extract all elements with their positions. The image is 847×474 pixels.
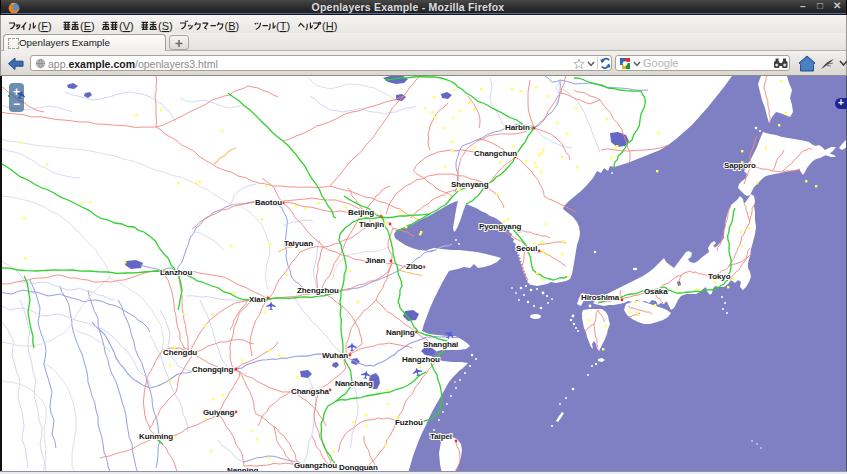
svg-text:Shanghai: Shanghai: [423, 340, 458, 349]
svg-text:(B): (B): [225, 20, 240, 32]
svg-text:Zibo: Zibo: [406, 262, 423, 271]
svg-text:Seoul: Seoul: [516, 244, 537, 253]
svg-text:Taipei: Taipei: [430, 432, 452, 441]
svg-text:(V): (V): [119, 20, 134, 32]
svg-text:(E): (E): [80, 20, 95, 32]
svg-text:(F): (F): [38, 20, 52, 32]
svg-text:Fuzhou: Fuzhou: [395, 418, 423, 427]
svg-text:Osaka: Osaka: [644, 287, 668, 296]
svg-text:(T): (T): [276, 20, 290, 32]
svg-text:Changchun: Changchun: [474, 149, 517, 158]
svg-text:Shenyang: Shenyang: [451, 180, 489, 189]
svg-text:Hangzhou: Hangzhou: [402, 355, 440, 364]
svg-text:Zhengzhou: Zhengzhou: [297, 286, 339, 295]
svg-text:Chongqing: Chongqing: [192, 365, 234, 374]
svg-text:Nanchang: Nanchang: [335, 379, 373, 388]
svg-text:Sapporo: Sapporo: [724, 161, 756, 170]
svg-text:(S): (S): [158, 20, 173, 32]
svg-text:Hiroshima: Hiroshima: [581, 293, 620, 302]
svg-text:(H): (H): [322, 20, 337, 32]
svg-text:Jinan: Jinan: [365, 256, 386, 265]
svg-text:Taiyuan: Taiyuan: [284, 239, 313, 248]
svg-text:Pyongyang: Pyongyang: [479, 222, 521, 231]
svg-text:Changsha: Changsha: [291, 387, 330, 396]
svg-text:Chengdu: Chengdu: [163, 348, 197, 357]
svg-text:Beijing: Beijing: [348, 208, 374, 217]
svg-text:Guiyang: Guiyang: [203, 408, 235, 417]
svg-text:Guangzhou: Guangzhou: [294, 461, 337, 470]
svg-text:Nanjing: Nanjing: [386, 328, 415, 337]
svg-text:Tianjin: Tianjin: [359, 220, 384, 229]
svg-text:Wuhan: Wuhan: [322, 351, 348, 360]
svg-text:Baotou: Baotou: [255, 198, 282, 207]
svg-text:Kunming: Kunming: [139, 432, 173, 441]
svg-text:Lanzhou: Lanzhou: [160, 268, 192, 277]
svg-text:Tokyo: Tokyo: [708, 272, 731, 281]
svg-text:Xian: Xian: [249, 295, 266, 304]
svg-text:Harbin: Harbin: [505, 123, 530, 132]
